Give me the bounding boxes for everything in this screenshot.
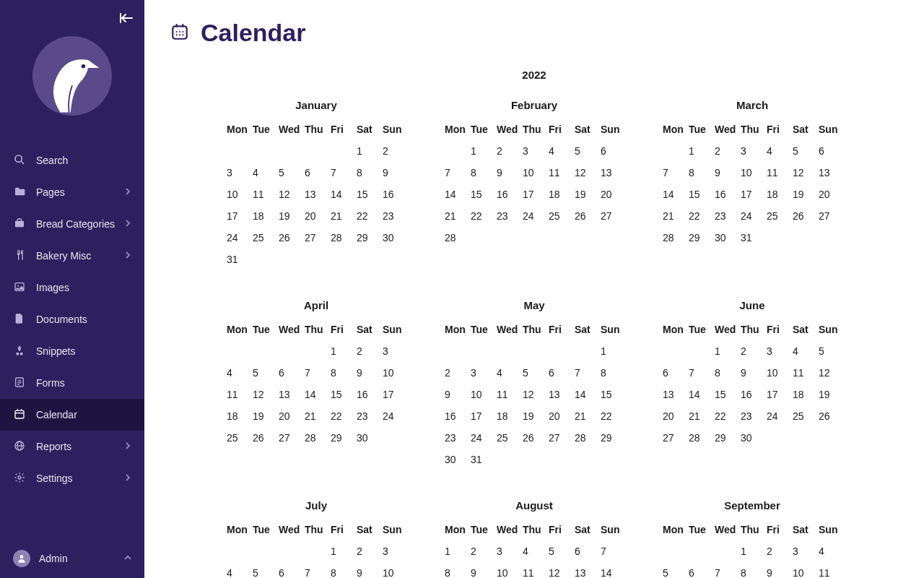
day-cell[interactable]: 13 — [277, 384, 303, 405]
day-cell[interactable]: 25 — [547, 205, 573, 227]
day-cell[interactable]: 18 — [225, 405, 251, 427]
day-cell[interactable]: 16 — [355, 384, 381, 405]
day-cell[interactable]: 21 — [329, 205, 355, 227]
day-cell[interactable]: 6 — [599, 140, 625, 162]
day-cell[interactable]: 18 — [791, 384, 817, 405]
day-cell[interactable]: 27 — [277, 427, 303, 449]
sidebar-item-snippets[interactable]: Snippets — [0, 335, 144, 367]
day-cell[interactable]: 24 — [521, 205, 547, 227]
day-cell[interactable]: 6 — [277, 562, 303, 578]
day-cell[interactable]: 19 — [521, 405, 547, 427]
day-cell[interactable]: 8 — [355, 162, 381, 184]
day-cell[interactable]: 27 — [661, 427, 687, 449]
day-cell[interactable]: 21 — [661, 205, 687, 227]
day-cell[interactable]: 5 — [277, 162, 303, 184]
day-cell[interactable]: 20 — [599, 184, 625, 205]
day-cell[interactable]: 2 — [355, 340, 381, 362]
day-cell[interactable]: 13 — [661, 384, 687, 405]
day-cell[interactable]: 2 — [765, 540, 791, 562]
day-cell[interactable]: 10 — [495, 562, 521, 578]
day-cell[interactable]: 2 — [739, 340, 765, 362]
day-cell[interactable]: 16 — [495, 184, 521, 205]
day-cell[interactable]: 6 — [573, 540, 599, 562]
day-cell[interactable]: 23 — [739, 405, 765, 427]
day-cell[interactable]: 7 — [303, 562, 329, 578]
day-cell[interactable]: 11 — [225, 384, 251, 405]
day-cell[interactable]: 1 — [443, 540, 469, 562]
day-cell[interactable]: 10 — [381, 562, 407, 578]
day-cell[interactable]: 30 — [713, 227, 739, 249]
day-cell[interactable]: 7 — [713, 562, 739, 578]
day-cell[interactable]: 15 — [713, 384, 739, 405]
day-cell[interactable]: 31 — [469, 449, 495, 470]
day-cell[interactable]: 19 — [817, 384, 843, 405]
day-cell[interactable]: 19 — [277, 205, 303, 227]
day-cell[interactable]: 3 — [381, 540, 407, 562]
day-cell[interactable]: 24 — [469, 427, 495, 449]
day-cell[interactable]: 20 — [661, 405, 687, 427]
day-cell[interactable]: 3 — [225, 162, 251, 184]
day-cell[interactable]: 2 — [495, 140, 521, 162]
day-cell[interactable]: 17 — [469, 405, 495, 427]
day-cell[interactable]: 28 — [573, 427, 599, 449]
day-cell[interactable]: 5 — [251, 362, 277, 384]
day-cell[interactable]: 9 — [355, 362, 381, 384]
day-cell[interactable]: 12 — [547, 562, 573, 578]
day-cell[interactable]: 23 — [713, 205, 739, 227]
day-cell[interactable]: 9 — [355, 562, 381, 578]
sidebar-item-reports[interactable]: Reports — [0, 431, 144, 462]
day-cell[interactable]: 11 — [791, 362, 817, 384]
day-cell[interactable]: 23 — [495, 205, 521, 227]
day-cell[interactable]: 4 — [225, 362, 251, 384]
day-cell[interactable]: 12 — [573, 162, 599, 184]
day-cell[interactable]: 28 — [661, 227, 687, 249]
day-cell[interactable]: 6 — [547, 362, 573, 384]
sidebar-item-calendar[interactable]: Calendar — [0, 399, 144, 431]
day-cell[interactable]: 30 — [381, 227, 407, 249]
day-cell[interactable]: 16 — [713, 184, 739, 205]
day-cell[interactable]: 13 — [817, 162, 843, 184]
day-cell[interactable]: 1 — [469, 140, 495, 162]
day-cell[interactable]: 23 — [381, 205, 407, 227]
day-cell[interactable]: 2 — [443, 362, 469, 384]
day-cell[interactable]: 2 — [713, 140, 739, 162]
day-cell[interactable]: 12 — [251, 384, 277, 405]
day-cell[interactable]: 21 — [687, 405, 713, 427]
day-cell[interactable]: 30 — [443, 449, 469, 470]
day-cell[interactable]: 20 — [817, 184, 843, 205]
day-cell[interactable]: 3 — [521, 140, 547, 162]
day-cell[interactable]: 5 — [791, 140, 817, 162]
day-cell[interactable]: 14 — [599, 562, 625, 578]
day-cell[interactable]: 26 — [817, 405, 843, 427]
day-cell[interactable]: 3 — [381, 340, 407, 362]
day-cell[interactable]: 11 — [765, 162, 791, 184]
day-cell[interactable]: 21 — [443, 205, 469, 227]
day-cell[interactable]: 3 — [469, 362, 495, 384]
day-cell[interactable]: 7 — [443, 162, 469, 184]
sidebar-item-pages[interactable]: Pages — [0, 176, 144, 208]
day-cell[interactable]: 14 — [329, 184, 355, 205]
day-cell[interactable]: 9 — [381, 162, 407, 184]
day-cell[interactable]: 21 — [573, 405, 599, 427]
day-cell[interactable]: 6 — [687, 562, 713, 578]
day-cell[interactable]: 30 — [355, 427, 381, 449]
day-cell[interactable]: 25 — [251, 227, 277, 249]
day-cell[interactable]: 7 — [661, 162, 687, 184]
day-cell[interactable]: 28 — [329, 227, 355, 249]
day-cell[interactable]: 10 — [469, 384, 495, 405]
day-cell[interactable]: 9 — [495, 162, 521, 184]
day-cell[interactable]: 19 — [573, 184, 599, 205]
day-cell[interactable]: 1 — [329, 340, 355, 362]
day-cell[interactable]: 2 — [355, 540, 381, 562]
day-cell[interactable]: 4 — [817, 540, 843, 562]
day-cell[interactable]: 28 — [303, 427, 329, 449]
day-cell[interactable]: 8 — [739, 562, 765, 578]
day-cell[interactable]: 12 — [521, 384, 547, 405]
day-cell[interactable]: 8 — [329, 562, 355, 578]
day-cell[interactable]: 9 — [739, 362, 765, 384]
day-cell[interactable]: 5 — [251, 562, 277, 578]
day-cell[interactable]: 6 — [661, 362, 687, 384]
day-cell[interactable]: 1 — [355, 140, 381, 162]
day-cell[interactable]: 3 — [739, 140, 765, 162]
day-cell[interactable]: 15 — [687, 184, 713, 205]
